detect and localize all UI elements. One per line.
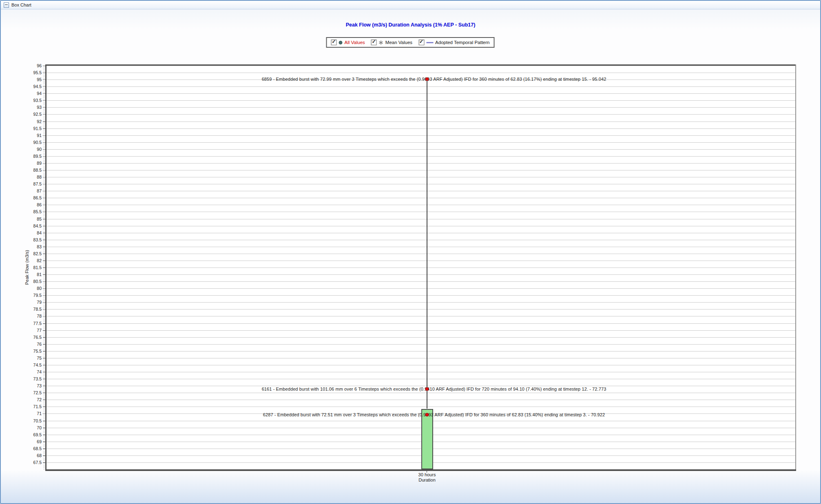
y-tick-label: 90.5 [16, 140, 42, 145]
point-annotation: 6859 - Embedded burst with 72.99 mm over… [262, 77, 606, 82]
gridline [46, 330, 795, 331]
y-tick-label: 77 [16, 328, 42, 333]
legend-item-adopted-temporal-pattern[interactable]: Adopted Temporal Pattern [418, 40, 489, 45]
y-tick-label: 77.5 [16, 321, 42, 326]
gridline [46, 219, 795, 219]
y-tick-label: 91 [16, 133, 42, 138]
plot-border-top [45, 64, 796, 66]
y-tick-label: 68.5 [16, 446, 42, 451]
y-tick-label: 75.5 [16, 349, 42, 354]
y-tick-label: 69 [16, 439, 42, 444]
y-tick-label: 78.5 [16, 307, 42, 312]
checkbox-all-values[interactable] [331, 40, 337, 45]
gridline [46, 66, 795, 66]
y-tick-label: 74 [16, 369, 42, 374]
y-tick-label: 73 [16, 383, 42, 388]
gridline [46, 344, 795, 345]
chart-title: Peak Flow (m3/s) Duration Analysis (1% A… [1, 22, 820, 28]
y-tick-label: 94.5 [16, 84, 42, 89]
y-tick-label: 87 [16, 188, 42, 193]
plot-border-right [795, 64, 796, 471]
checkbox-mean-values[interactable] [371, 40, 377, 45]
point-annotation: 6161 - Embedded burst with 101.06 mm ove… [262, 387, 606, 391]
y-tick-label: 94 [16, 91, 42, 96]
line-marker-icon [426, 42, 433, 43]
gridline [46, 372, 795, 372]
y-tick-label: 70 [16, 425, 42, 430]
gridline [46, 212, 795, 212]
gridline [46, 365, 795, 365]
x-tick-label: 30 hours [418, 472, 436, 477]
gridline [46, 247, 795, 247]
y-tick-label: 73.5 [16, 376, 42, 381]
y-tick-label: 89.5 [16, 154, 42, 159]
gridline [46, 142, 795, 143]
y-tick-label: 79 [16, 300, 42, 305]
y-tick-label: 70.5 [16, 418, 42, 423]
gridline [46, 323, 795, 324]
gridline [46, 184, 795, 184]
gridline [46, 309, 795, 309]
gridline [46, 198, 795, 198]
plot-border-bottom [45, 469, 796, 471]
y-tick-label: 88.5 [16, 168, 42, 172]
gridline [46, 226, 795, 226]
legend-item-all-values[interactable]: All Values [331, 40, 365, 45]
y-tick-label: 91.5 [16, 126, 42, 131]
data-point-marker [425, 413, 429, 417]
y-tick-label: 89 [16, 161, 42, 166]
gridline [46, 302, 795, 303]
checkbox-adopted-temporal-pattern[interactable] [418, 40, 424, 45]
gridline [46, 240, 795, 240]
y-tick-label: 93.5 [16, 98, 42, 103]
gridline [46, 288, 795, 289]
gridline [46, 73, 795, 73]
y-tick-label: 84.5 [16, 223, 42, 228]
x-axis-title: Duration [418, 477, 436, 482]
data-point-marker [425, 77, 429, 81]
box-whisker [427, 79, 427, 409]
collapse-icon[interactable] [4, 2, 9, 8]
y-tick-label: 81 [16, 272, 42, 277]
gridline [46, 135, 795, 136]
gridline [46, 107, 795, 108]
y-tick-label: 76.5 [16, 335, 42, 340]
panel-title: Box Chart [11, 2, 31, 7]
y-tick-label: 78 [16, 314, 42, 318]
y-tick-label: 76 [16, 342, 42, 347]
legend-label: All Values [345, 40, 365, 45]
legend-label: Mean Values [385, 40, 412, 45]
gridline [46, 393, 795, 393]
y-tick-label: 87.5 [16, 181, 42, 186]
data-point-marker [425, 387, 429, 391]
gridline [46, 351, 795, 351]
y-tick-label: 74.5 [16, 363, 42, 367]
y-tick-label: 71.5 [16, 404, 42, 409]
gridline [46, 122, 795, 122]
gridline [46, 400, 795, 400]
plot-border-left [45, 64, 46, 471]
point-annotation: 6287 - Embedded burst with 72.51 mm over… [263, 412, 605, 417]
gridline [46, 358, 795, 358]
gridline [46, 191, 795, 191]
y-tick-label: 88 [16, 175, 42, 179]
gridline [46, 205, 795, 205]
y-tick-label: 72.5 [16, 390, 42, 395]
y-tick-label: 93 [16, 105, 42, 110]
y-tick-label: 67.5 [16, 460, 42, 465]
asterisk-marker-icon [379, 40, 383, 45]
y-tick-label: 72 [16, 397, 42, 402]
legend-item-mean-values[interactable]: Mean Values [371, 40, 412, 45]
y-tick-label: 90 [16, 147, 42, 152]
y-tick-label: 71 [16, 411, 42, 416]
gridline [46, 170, 795, 170]
y-tick-label: 79.5 [16, 293, 42, 298]
box-plot-box [421, 409, 433, 470]
plot-area: 6859 - Embedded burst with 72.99 mm over… [46, 66, 795, 469]
gridline [46, 177, 795, 177]
gridline [46, 254, 795, 254]
gridline [46, 407, 795, 407]
y-tick-label: 83.5 [16, 237, 42, 242]
y-tick-label: 96 [16, 63, 42, 68]
y-tick-label: 86.5 [16, 195, 42, 200]
